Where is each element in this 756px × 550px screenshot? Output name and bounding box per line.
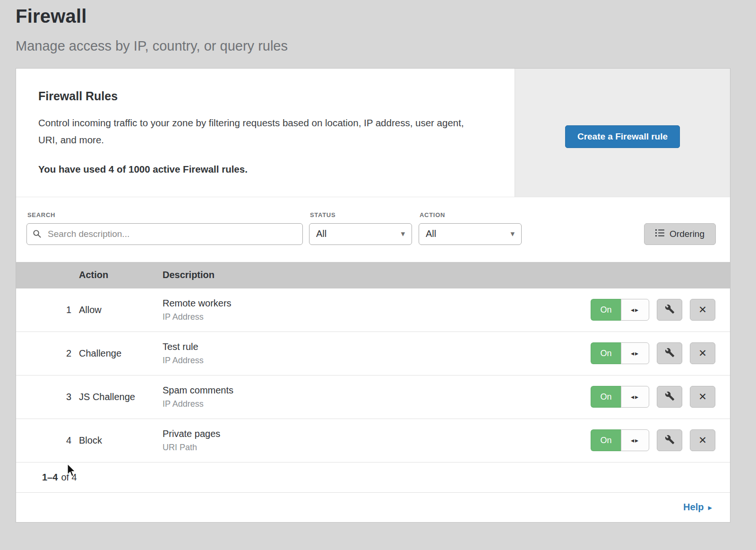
rule-enabled-toggle[interactable]: On [591,386,621,408]
status-select-value: All [316,228,326,239]
table-row: 3 JS Challenge Spam comments IP Address … [16,375,730,419]
rule-priority: 1 [16,305,79,315]
close-icon: ✕ [698,391,707,402]
ordered-list-icon [655,229,664,239]
delete-rule-button[interactable]: ✕ [690,342,715,364]
status-filter: STATUS All ▾ [309,211,412,245]
card-header: Firewall Rules Control incoming traffic … [16,69,730,197]
close-icon: ✕ [698,304,707,315]
search-input[interactable] [26,223,303,245]
rule-match-type: URI Path [163,443,591,453]
toggle-arrows-icon[interactable]: ◂▸ [621,342,649,364]
rule-toggle-group: On ◂▸ [591,342,649,364]
wrench-icon [665,348,675,359]
delete-rule-button[interactable]: ✕ [690,299,715,321]
search-box [26,223,303,245]
delete-rule-button[interactable]: ✕ [690,386,715,408]
action-select[interactable]: All ▾ [419,223,522,245]
ordering-wrap: Ordering [644,223,716,245]
rule-enabled-toggle[interactable]: On [591,429,621,451]
search-filter: SEARCH [26,211,303,245]
edit-rule-button[interactable] [657,429,682,451]
card-header-action-panel: Create a Firewall rule [515,69,730,197]
rule-match-type: IP Address [163,356,591,366]
rule-description-cell: Test rule IP Address [163,341,591,366]
help-link[interactable]: Help ▸ [683,502,712,513]
help-link-label: Help [683,502,704,513]
rule-action: Block [79,435,163,446]
card-header-text: Firewall Rules Control incoming traffic … [16,69,515,197]
firewall-rules-card: Firewall Rules Control incoming traffic … [16,68,730,523]
delete-rule-button[interactable]: ✕ [690,429,715,451]
rule-description: Test rule [163,341,591,352]
rule-description: Private pages [163,428,591,439]
wrench-icon [665,435,675,446]
rule-description-cell: Private pages URI Path [163,428,591,453]
filters-bar: SEARCH STATUS All ▾ [16,197,730,262]
status-select[interactable]: All ▾ [309,223,412,245]
rule-description: Spam comments [163,385,591,396]
table-row: 4 Block Private pages URI Path On ◂▸ ✕ [16,419,730,463]
table-header: Action Description [16,262,730,288]
chevron-down-icon: ▾ [401,229,405,239]
edit-rule-button[interactable] [657,299,682,321]
page-subtitle: Manage access by IP, country, or query r… [0,38,756,54]
toggle-arrows-icon[interactable]: ◂▸ [621,429,649,451]
rule-enabled-toggle[interactable]: On [591,342,621,364]
chevron-down-icon: ▾ [510,229,515,239]
help-row: Help ▸ [16,493,730,522]
status-label: STATUS [309,211,412,218]
toggle-arrows-icon[interactable]: ◂▸ [621,386,649,408]
edit-rule-button[interactable] [657,342,682,364]
rule-action: Challenge [79,348,163,359]
rule-priority: 4 [16,435,79,446]
arrow-right-icon: ▸ [708,503,712,512]
rule-toggle-group: On ◂▸ [591,429,649,451]
card-heading: Firewall Rules [38,89,486,103]
search-icon [33,229,42,240]
rule-description: Remote workers [163,298,591,309]
rule-description-cell: Remote workers IP Address [163,298,591,322]
action-column-header: Action [79,270,163,280]
pagination: 1–4 of 4 [16,463,730,493]
toggle-arrows-icon[interactable]: ◂▸ [621,299,649,321]
create-firewall-rule-button[interactable]: Create a Firewall rule [565,125,680,148]
pagination-total: of 4 [61,472,77,483]
rule-controls: On ◂▸ ✕ [591,299,730,321]
rule-toggle-group: On ◂▸ [591,299,649,321]
wrench-icon [665,304,675,315]
search-label: SEARCH [26,211,303,218]
card-description: Control incoming traffic to your zone by… [38,114,485,148]
action-label: ACTION [419,211,522,218]
wrench-icon [665,391,675,402]
table-row: 1 Allow Remote workers IP Address On ◂▸ … [16,288,730,332]
rule-controls: On ◂▸ ✕ [591,429,730,451]
rules-usage-note: You have used 4 of 1000 active Firewall … [38,164,486,175]
rule-action: Allow [79,305,163,315]
pagination-range: 1–4 [42,472,58,483]
rule-enabled-toggle[interactable]: On [591,299,621,321]
rule-controls: On ◂▸ ✕ [591,386,730,408]
rule-controls: On ◂▸ ✕ [591,342,730,364]
ordering-button-label: Ordering [670,229,704,239]
description-column-header: Description [163,270,730,280]
close-icon: ✕ [698,348,707,359]
ordering-button[interactable]: Ordering [644,223,716,245]
rule-match-type: IP Address [163,399,591,409]
firewall-page: Firewall Manage access by IP, country, o… [0,0,756,550]
action-select-value: All [426,228,436,239]
rule-match-type: IP Address [163,312,591,322]
rule-action: JS Challenge [79,392,163,402]
table-row: 2 Challenge Test rule IP Address On ◂▸ ✕ [16,332,730,375]
rule-priority: 3 [16,392,79,402]
page-title: Firewall [0,0,756,27]
rule-priority: 2 [16,348,79,359]
edit-rule-button[interactable] [657,386,682,408]
rule-description-cell: Spam comments IP Address [163,385,591,409]
action-filter: ACTION All ▾ [419,211,522,245]
rule-toggle-group: On ◂▸ [591,386,649,408]
close-icon: ✕ [698,435,707,446]
